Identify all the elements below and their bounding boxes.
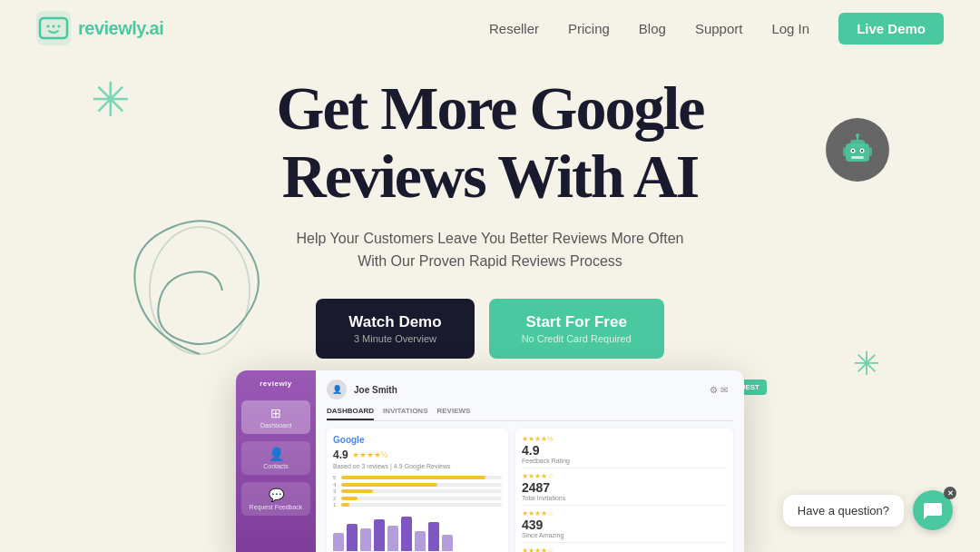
bar-chart <box>333 515 502 551</box>
chat-button[interactable]: ✕ <box>913 490 953 530</box>
chat-close-icon[interactable]: ✕ <box>944 487 956 499</box>
chat-widget: Have a question? ✕ <box>783 490 953 530</box>
google-logo: Google <box>333 435 502 445</box>
navbar: reviewly.ai Reseller Pricing Blog Suppor… <box>0 0 980 56</box>
tab-reviews[interactable]: REVIEWS <box>436 407 470 420</box>
svg-point-3 <box>53 25 55 28</box>
google-rating-box: Google 4.9 ★★★★½ Based on 3 reviews | 4.… <box>327 429 508 552</box>
metric-label-1: Feedback Rating <box>522 458 727 464</box>
chat-bubble-text: Have a question? <box>783 495 904 527</box>
metric-since-amazing: ★★★★☆ 439 Since Amazing <box>522 509 727 538</box>
svg-rect-0 <box>36 11 71 45</box>
feedback-icon: 💬 <box>245 488 307 502</box>
metric-label-2: Total Invitations <box>522 495 727 501</box>
start-free-button[interactable]: Start For Free No Credit Card Required <box>489 299 664 359</box>
metric-stars-1: ★★★★½ <box>522 435 727 443</box>
nav-login[interactable]: Log In <box>771 21 809 36</box>
nav-blog[interactable]: Blog <box>639 21 666 36</box>
metric-total-invitations: ★★★★☆ 2487 Total Invitations <box>522 472 727 501</box>
dash-nav-dashboard[interactable]: ⊞ Dashboard <box>241 400 310 434</box>
tab-invitations[interactable]: INVITATIONS <box>383 407 427 420</box>
live-demo-button[interactable]: Live Demo <box>838 13 944 44</box>
logo-icon <box>36 11 71 45</box>
metric-stars-4: ★★★★☆ <box>522 547 727 552</box>
nav-support[interactable]: Support <box>695 21 743 36</box>
google-rating: 4.9 <box>333 448 348 461</box>
dashboard-preview: reviewly ⊞ Dashboard 👤 Contacts 💬 Reques… <box>236 370 744 552</box>
dash-tabs: DASHBOARD INVITATIONS REVIEWS <box>327 407 733 421</box>
metric-feedback-rating: ★★★★½ 4.9 Feedback Rating <box>522 435 727 464</box>
dash-nav-feedback[interactable]: 💬 Request Feedback <box>241 482 310 516</box>
svg-point-4 <box>58 25 61 28</box>
home-icon: ⊞ <box>245 406 307 420</box>
start-free-sub: No Credit Card Required <box>522 333 632 344</box>
google-stars: ★★★★½ <box>352 450 388 459</box>
dash-header: 👤 Joe Smith ⚙ ✉ <box>327 380 733 399</box>
google-review-count: Based on 3 reviews | 4.9 Google Reviews <box>333 463 502 469</box>
decoration-snowflake-right: ✳ <box>853 345 880 383</box>
watch-demo-sub: 3 Minute Overview <box>354 333 436 344</box>
dash-nav-contacts[interactable]: 👤 Contacts <box>241 441 310 475</box>
dashboard-main: 👤 Joe Smith ⚙ ✉ DASHBOARD INVITATIONS RE… <box>316 370 744 552</box>
dash-logo: reviewly <box>260 380 292 388</box>
nav-pricing[interactable]: Pricing <box>568 21 610 36</box>
hero-subtitle: Help Your Customers Leave You Better Rev… <box>290 227 690 273</box>
brand-name: reviewly.ai <box>78 18 163 39</box>
metric-value-3: 439 <box>522 518 727 532</box>
svg-point-2 <box>47 25 50 28</box>
nav-reseller[interactable]: Reseller <box>489 21 539 36</box>
dash-user-name: Joe Smith <box>354 385 397 395</box>
metric-bottom: ★★★★☆ 785 <box>522 547 727 552</box>
contacts-icon: 👤 <box>245 447 307 461</box>
hero-buttons: Watch Demo 3 Minute Overview Start For F… <box>316 299 663 359</box>
metric-stars-2: ★★★★☆ <box>522 472 727 480</box>
logo: reviewly.ai <box>36 11 163 45</box>
metric-stars-3: ★★★★☆ <box>522 509 727 518</box>
metric-value-2: 2487 <box>522 480 727 495</box>
metrics-panel: ★★★★½ 4.9 Feedback Rating ★★★★☆ 2487 Tot… <box>515 429 733 552</box>
metric-label-3: Since Amazing <box>522 532 727 538</box>
metric-value-1: 4.9 <box>522 443 727 458</box>
hero-title: Get More Google Reviews With AI <box>276 74 703 211</box>
tab-dashboard[interactable]: DASHBOARD <box>327 407 374 420</box>
hero-section: Get More Google Reviews With AI Help You… <box>0 56 980 359</box>
dashboard-sidebar: reviewly ⊞ Dashboard 👤 Contacts 💬 Reques… <box>236 370 316 552</box>
dash-content: Google 4.9 ★★★★½ Based on 3 reviews | 4.… <box>327 429 733 552</box>
watch-demo-button[interactable]: Watch Demo 3 Minute Overview <box>316 299 474 359</box>
user-avatar: 👤 <box>327 380 347 399</box>
rating-bars: 5 4 3 2 1 <box>333 475 502 508</box>
nav-links: Reseller Pricing Blog Support Log In Liv… <box>489 13 944 44</box>
dash-icons: ⚙ ✉ <box>710 385 728 395</box>
